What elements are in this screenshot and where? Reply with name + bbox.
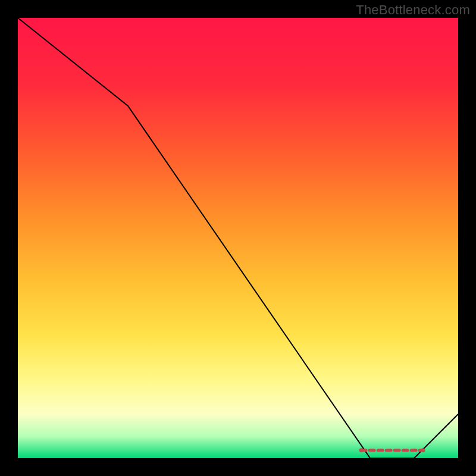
chart-frame: TheBottleneck.com [0, 0, 476, 476]
watermark-text: TheBottleneck.com [356, 2, 470, 18]
plot-area [18, 18, 458, 458]
gradient-background [18, 18, 458, 458]
chart-svg [18, 18, 458, 458]
optimal-marker-dot [359, 448, 364, 452]
optimal-marker-dot [421, 448, 425, 452]
